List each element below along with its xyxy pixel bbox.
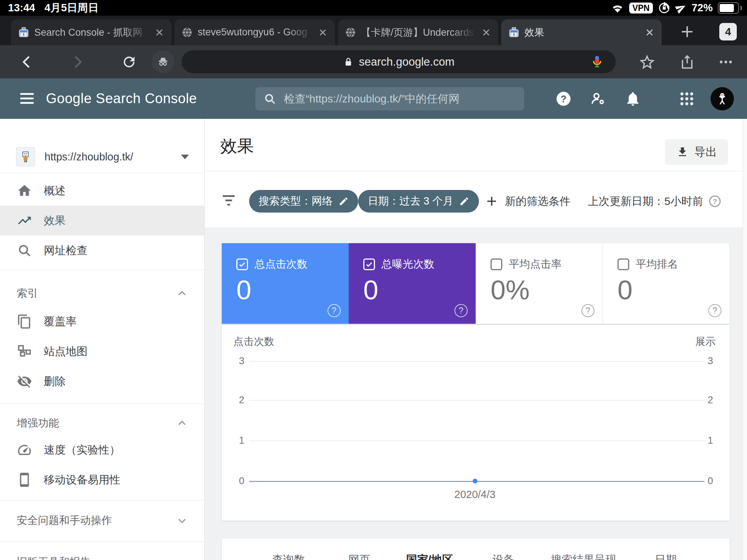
close-icon[interactable] (317, 27, 328, 38)
sidebar-item-mobile-usability[interactable]: 移动设备易用性 (0, 465, 204, 495)
page-title-bar: 效果 导出 (205, 119, 747, 171)
card-label: 平均排名 (636, 257, 678, 272)
apps-grid-icon[interactable] (678, 90, 695, 107)
svg-text:?: ? (713, 198, 717, 205)
sidebar-item-removals[interactable]: 删除 (0, 366, 204, 396)
sidebar-section-index[interactable]: 索引 (0, 279, 204, 308)
tab-search-console-crawl[interactable]: Search Console - 抓取网 (11, 19, 171, 45)
new-filter-button[interactable]: 新的筛选条件 (485, 190, 570, 213)
help-outline-icon[interactable]: ? (454, 304, 468, 317)
help-outline-icon[interactable]: ? (581, 304, 595, 317)
card-value: 0 (363, 275, 378, 306)
checkbox-unchecked-icon[interactable] (491, 258, 502, 270)
property-url: https://zhoublog.tk/ (44, 151, 133, 163)
share-icon[interactable] (679, 54, 695, 70)
card-total-clicks[interactable]: 总点击次数 0 ? (222, 243, 349, 324)
last-updated-text: 上次更新日期：5小时前 (588, 194, 703, 209)
sidebar-item-url-inspection[interactable]: 网址检查 (0, 236, 204, 265)
table-tab-devices[interactable]: 设备 (492, 552, 514, 560)
trending-up-icon (17, 213, 32, 228)
y-tick-right: 1 (708, 435, 725, 446)
table-tab-pages[interactable]: 网页 (348, 552, 370, 560)
help-outline-icon[interactable]: ? (328, 304, 341, 317)
section-title: 增强功能 (17, 416, 59, 431)
mic-icon[interactable] (589, 54, 605, 69)
checkbox-checked-icon[interactable] (236, 258, 248, 270)
checkbox-checked-icon[interactable] (363, 258, 375, 270)
home-icon (17, 183, 32, 198)
table-tab-queries[interactable]: 查询数 (272, 552, 305, 560)
data-point[interactable] (473, 479, 477, 483)
filter-bar: 搜索类型：网络 日期：过去 3 个月 新的筛选条件 上次更新日期：5小时前 ? (205, 171, 747, 228)
app-logo[interactable]: Google Search Console (46, 91, 197, 106)
card-average-position[interactable]: 平均排名 0 ? (603, 243, 729, 324)
filter-list-icon[interactable] (221, 193, 237, 208)
chip-label: 搜索类型：网络 (259, 194, 333, 209)
section-title: 安全问题和手动操作 (17, 513, 112, 528)
filter-chip-search-type[interactable]: 搜索类型：网络 (249, 190, 358, 213)
reload-icon[interactable] (121, 54, 137, 70)
wifi-icon (611, 3, 624, 13)
back-icon[interactable] (19, 54, 35, 70)
card-value: 0 (618, 275, 632, 306)
forward-icon[interactable] (69, 54, 85, 70)
inspect-url-search[interactable]: 检查“https://zhoublog.tk/”中的任何网 (255, 87, 524, 110)
close-icon[interactable] (481, 27, 492, 38)
section-title: 索引 (17, 286, 38, 301)
sidebar-item-overview[interactable]: 概述 (0, 176, 204, 206)
sidebar-item-speed[interactable]: 速度（实验性） (0, 435, 204, 465)
card-average-ctr[interactable]: 平均点击率 0% ? (476, 243, 603, 324)
y-tick-right: 2 (708, 394, 725, 406)
sidebar-item-label: 网址检查 (44, 243, 88, 258)
checkbox-unchecked-icon[interactable] (618, 258, 629, 270)
help-outline-icon[interactable]: ? (708, 195, 721, 208)
new-tab-icon[interactable] (679, 24, 695, 40)
tab-undercards[interactable]: 【卡牌/页游】Undercards (338, 19, 498, 45)
card-value: 0% (491, 275, 530, 306)
export-label: 导出 (694, 144, 717, 160)
search-console-favicon (508, 26, 520, 39)
sidebar-section-legacy-tools[interactable]: 旧版工具和报告 (0, 551, 204, 560)
impressions-axis-title: 展示 (695, 335, 716, 349)
close-icon[interactable] (154, 27, 165, 38)
export-button[interactable]: 导出 (665, 139, 728, 165)
edit-pencil-icon (338, 196, 349, 206)
tab-performance-active[interactable]: 效果 (501, 19, 662, 45)
scrollbar[interactable] (743, 119, 747, 560)
card-value: 0 (236, 275, 251, 306)
dimension-table: 查询数 网页 国家/地区 设备 搜索结果呈现 日期 (222, 538, 729, 560)
help-outline-icon[interactable]: ? (708, 304, 721, 317)
bookmark-star-icon[interactable] (639, 54, 655, 70)
hamburger-menu-icon[interactable] (19, 92, 35, 105)
tab-steve5wutongyu6[interactable]: steve5wutongyu6 - Goog (174, 19, 335, 45)
table-tab-dates[interactable]: 日期 (655, 552, 677, 560)
sidebar-item-sitemaps[interactable]: 站点地图 (0, 337, 204, 366)
card-label: 总曝光次数 (382, 257, 434, 272)
status-time: 13:44 (8, 2, 35, 14)
filter-chip-date[interactable]: 日期：过去 3 个月 (358, 190, 479, 213)
url-text: search.google.com (359, 55, 454, 69)
sidebar-item-coverage[interactable]: 覆盖率 (0, 307, 204, 337)
tab-counter[interactable]: 4 (719, 23, 737, 40)
property-selector[interactable]: https://zhoublog.tk/ (0, 141, 204, 173)
user-settings-icon[interactable] (589, 90, 606, 107)
sidebar-item-performance[interactable]: 效果 (0, 206, 204, 236)
avatar[interactable] (711, 87, 734, 110)
overflow-menu-icon[interactable] (718, 54, 734, 70)
sidebar-section-security[interactable]: 安全问题和手动操作 (0, 506, 204, 536)
last-updated: 上次更新日期：5小时前 ? (588, 190, 721, 213)
incognito-badge-icon[interactable] (152, 50, 174, 73)
app-header: Google Search Console 检查“https://zhoublo… (0, 78, 747, 119)
help-icon[interactable]: ? (555, 90, 572, 107)
notifications-bell-icon[interactable] (624, 90, 641, 107)
table-tab-search-appearance[interactable]: 搜索结果呈现 (551, 552, 616, 560)
y-tick-right: 0 (708, 475, 725, 487)
close-icon[interactable] (644, 27, 655, 38)
tab-title: 效果 (525, 26, 640, 39)
card-total-impressions[interactable]: 总曝光次数 0 ? (349, 243, 476, 324)
table-tab-countries[interactable]: 国家/地区 (406, 552, 453, 560)
url-bar[interactable]: search.google.com (182, 50, 616, 73)
sidebar-section-enhancements[interactable]: 增强功能 (0, 408, 204, 438)
globe-icon (344, 26, 357, 39)
sidebar-item-label: 效果 (44, 213, 66, 228)
